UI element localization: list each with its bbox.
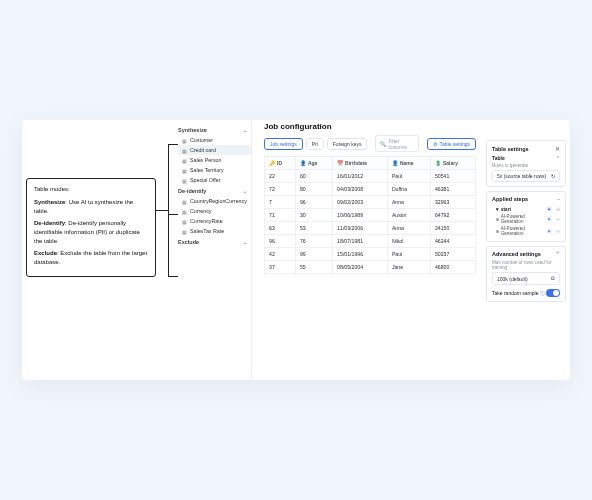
advanced-settings-card: Advanced settings ⌃ Max number of rows u… xyxy=(486,246,566,302)
tab[interactable]: Pri xyxy=(306,138,324,150)
cell: Duffna xyxy=(387,183,430,196)
table-row[interactable]: 728004/03/2008Duffna46381 xyxy=(265,183,476,196)
table-icon: ▦ xyxy=(182,168,187,173)
page-title: Job configuration xyxy=(264,122,476,131)
cell: 04/03/2008 xyxy=(333,183,388,196)
cell: 32963 xyxy=(430,196,475,209)
table-icon: ▦ xyxy=(182,219,187,224)
cell: Paul xyxy=(387,248,430,261)
sidebar-group-synthesize[interactable]: Synthesize⌄ xyxy=(178,124,251,135)
tabs: Job settingsPriForeign keys xyxy=(264,138,367,150)
money-icon: 💲 xyxy=(435,160,441,166)
cell: 50541 xyxy=(430,170,475,183)
table-row[interactable]: 713010/06/1989Austin64792 xyxy=(265,209,476,222)
sidebar-item[interactable]: ▦CountryRegionCurrency xyxy=(178,196,251,206)
info-icon[interactable]: ⓘ xyxy=(540,290,545,296)
cell: 18/07/1981 xyxy=(333,235,388,248)
chevron-down-icon: ⌄ xyxy=(243,127,247,133)
sidebar-item[interactable]: ▦Credit card xyxy=(178,145,251,155)
adv-value-select[interactable]: 100k (default) ⧉ xyxy=(492,272,560,285)
callout-item: De-identify: De-identify personally iden… xyxy=(34,219,148,246)
chevron-up-icon[interactable]: ⌃ xyxy=(555,251,560,257)
cell: 63 xyxy=(265,222,296,235)
table-row[interactable]: 429915/01/1996Paul50237 xyxy=(265,248,476,261)
cell: Nikol xyxy=(387,235,430,248)
callout-item: Synthesize: Use AI to synthesize the tab… xyxy=(34,198,148,216)
sidebar: Synthesize⌄▦Customer▦Credit card▦Sales P… xyxy=(172,120,252,380)
refresh-icon: ↻ xyxy=(551,173,555,179)
delete-step-icon[interactable]: ⊖ xyxy=(556,228,560,234)
sidebar-item[interactable]: ▦SalesTax Rate xyxy=(178,226,251,236)
cell: 46800 xyxy=(430,261,475,274)
cell: 7 xyxy=(265,196,296,209)
table-row[interactable]: 226016/01/2012Paul50541 xyxy=(265,170,476,183)
column-header[interactable]: 📅Birthdate xyxy=(333,157,388,170)
column-header[interactable]: 👤Age xyxy=(295,157,332,170)
cell: 24150 xyxy=(430,222,475,235)
card-title: Advanced settings xyxy=(492,251,541,257)
sidebar-item[interactable]: ▦CurrencyRate xyxy=(178,216,251,226)
applied-steps-card: Applied steps – start✦⊖AI-Powered Genera… xyxy=(486,191,566,242)
table-row[interactable]: 635311/03/2006Anna24150 xyxy=(265,222,476,235)
table-settings-card: Table settings ✕ Table ⌃ Rows to generat… xyxy=(486,140,566,187)
column-header[interactable]: 💲Salary xyxy=(430,157,475,170)
right-column: Table settings ✕ Table ⌃ Rows to generat… xyxy=(486,140,566,376)
applied-step[interactable]: AI-Powered Generation✦⊖ xyxy=(492,225,560,237)
step-badge-icon: ✦ xyxy=(547,228,552,234)
chevron-up-icon[interactable]: ⌃ xyxy=(556,155,560,161)
cell: 60 xyxy=(295,170,332,183)
tab[interactable]: Job settings xyxy=(264,138,303,150)
table-row[interactable]: 967618/07/1981Nikol46244 xyxy=(265,235,476,248)
applied-step[interactable]: AI-Powered Generation✦⊖ xyxy=(492,213,560,225)
chevron-down-icon: ⌄ xyxy=(243,239,247,245)
tab[interactable]: Foreign keys xyxy=(327,138,368,150)
callout-item: Exclude: Exclude the table from the targ… xyxy=(34,249,148,267)
cell: 22 xyxy=(265,170,296,183)
table-icon: ▦ xyxy=(182,148,187,153)
cell: 72 xyxy=(265,183,296,196)
card-title: Table settings xyxy=(492,146,529,152)
cell: 96 xyxy=(295,196,332,209)
data-table: 🔑ID👤Age📅Birthdate👤Name💲Salary 226016/01/… xyxy=(264,156,476,274)
cell: 46381 xyxy=(430,183,475,196)
cell: 64792 xyxy=(430,209,475,222)
sidebar-group-de-identify[interactable]: De-identify⌄ xyxy=(178,185,251,196)
sidebar-item[interactable]: ▦Special Offer xyxy=(178,175,251,185)
table-settings-button[interactable]: ⚙ Table settings xyxy=(427,138,476,150)
close-icon[interactable]: ✕ xyxy=(555,145,560,152)
cell: Jane xyxy=(387,261,430,274)
applied-step[interactable]: start✦⊖ xyxy=(492,205,560,213)
table-icon: ▦ xyxy=(182,229,187,234)
sidebar-group-exclude[interactable]: Exclude⌄ xyxy=(178,236,251,247)
sidebar-item[interactable]: ▦Sales Territory xyxy=(178,165,251,175)
column-header[interactable]: 👤Name xyxy=(387,157,430,170)
sidebar-item[interactable]: ▦Customer xyxy=(178,135,251,145)
step-badge-icon: ✦ xyxy=(546,206,552,212)
cell: 99 xyxy=(295,248,332,261)
collapse-icon[interactable]: – xyxy=(557,196,560,202)
person-icon: 👤 xyxy=(300,160,306,166)
person-icon: 👤 xyxy=(392,160,398,166)
cell: 76 xyxy=(295,235,332,248)
step-badge-icon: ✦ xyxy=(547,216,552,222)
cell: Paul xyxy=(387,170,430,183)
table-row[interactable]: 79609/02/2003Anna32963 xyxy=(265,196,476,209)
column-header[interactable]: 🔑ID xyxy=(265,157,296,170)
table-row[interactable]: 375508/05/2004Jane46800 xyxy=(265,261,476,274)
sidebar-item[interactable]: ▦Currency xyxy=(178,206,251,216)
search-icon: 🔍 xyxy=(380,141,386,147)
cell: 46244 xyxy=(430,235,475,248)
adv-label: Max number of rows used for training xyxy=(492,260,560,270)
cell: 96 xyxy=(265,235,296,248)
cell: 16/01/2012 xyxy=(333,170,388,183)
search-input[interactable]: 🔍 Filter columns xyxy=(375,135,419,152)
cell: 08/05/2004 xyxy=(333,261,388,274)
table-icon: ▦ xyxy=(182,209,187,214)
random-sample-toggle[interactable] xyxy=(546,289,560,297)
cell: 42 xyxy=(265,248,296,261)
sidebar-item[interactable]: ▦Sales Person xyxy=(178,155,251,165)
rows-value-select[interactable]: 5x (source table rows) ↻ xyxy=(492,170,560,182)
delete-step-icon[interactable]: ⊖ xyxy=(556,206,560,212)
cell: 09/02/2003 xyxy=(333,196,388,209)
delete-step-icon[interactable]: ⊖ xyxy=(556,216,560,222)
